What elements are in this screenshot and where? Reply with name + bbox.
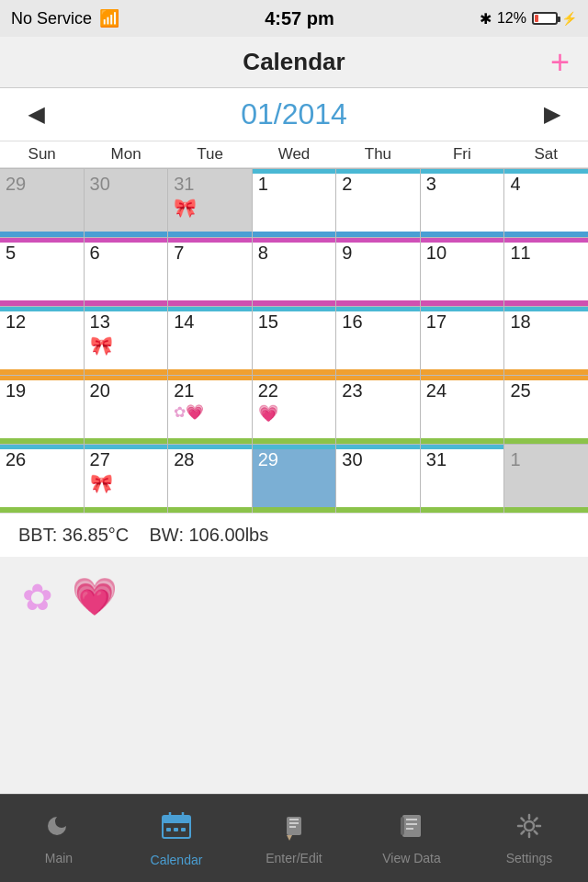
next-month-button[interactable]: ▶ — [538, 103, 566, 127]
top-color-bar — [253, 445, 336, 449]
carrier-text: No Service — [11, 9, 92, 28]
calendar-cell[interactable]: 22💗 — [253, 376, 336, 444]
calendar-cell[interactable]: 29 — [0, 169, 84, 237]
calendar-cell[interactable]: 31🎀 — [168, 169, 252, 237]
tab-calendar[interactable]: Calendar — [118, 795, 235, 882]
calendar-cell[interactable]: 8 — [253, 238, 336, 306]
calendar-cell[interactable]: 1 — [253, 169, 336, 237]
calendar-cell[interactable]: 23 — [336, 376, 420, 444]
calendar-cell[interactable]: 14 — [168, 307, 252, 375]
calendar-cell[interactable]: 26 — [0, 445, 84, 513]
top-color-bar — [168, 445, 252, 449]
calendar-cell[interactable]: 3 — [421, 169, 504, 237]
top-color-bar — [85, 376, 168, 380]
top-color-bar — [421, 376, 504, 380]
row-color-bar — [0, 369, 84, 375]
calendar-cell[interactable]: 28 — [168, 445, 252, 513]
cell-emoji: 🎀 — [174, 197, 246, 219]
calendar-cell[interactable]: 5 — [0, 238, 84, 306]
top-color-bar — [253, 238, 336, 243]
cell-date: 19 — [6, 380, 26, 401]
calendar-cell[interactable]: 29 — [253, 445, 336, 513]
calendar-cell[interactable]: 24 — [421, 376, 504, 444]
calendar-cell[interactable]: 20 — [85, 376, 168, 444]
row-color-bar — [253, 369, 336, 375]
row-color-bar — [168, 300, 252, 306]
top-color-bar — [336, 376, 420, 380]
calendar-cell[interactable]: 21✿💗 — [168, 376, 252, 444]
tab-label-settings: Settings — [506, 851, 553, 865]
tab-settings[interactable]: Settings — [470, 795, 588, 882]
calendar-cell[interactable]: 13🎀 — [85, 307, 168, 375]
svg-rect-5 — [174, 828, 178, 831]
top-color-bar — [336, 169, 420, 174]
calendar-cell[interactable]: 9 — [336, 238, 420, 306]
calendar-cell[interactable]: 7 — [168, 238, 252, 306]
calendar-cell[interactable]: 31 — [421, 445, 504, 513]
top-color-bar — [336, 238, 420, 243]
calendar-cell[interactable]: 4 — [504, 169, 588, 237]
day-header-thu: Thu — [336, 141, 420, 167]
row-color-bar — [421, 369, 504, 375]
calendar-cell[interactable]: 19 — [0, 376, 84, 444]
add-event-button[interactable]: + — [550, 46, 570, 79]
top-color-bar — [253, 307, 336, 311]
row-color-bar — [336, 438, 420, 444]
svg-rect-13 — [406, 819, 417, 820]
row-color-bar — [504, 438, 588, 444]
day-header-wed: Wed — [252, 141, 335, 167]
tab-viewData[interactable]: View Data — [353, 795, 470, 882]
top-color-bar — [336, 307, 420, 311]
calendar-cell[interactable]: 15 — [253, 307, 336, 375]
row-color-bar — [421, 300, 504, 306]
calendar-cell[interactable]: 6 — [85, 238, 168, 306]
row-color-bar — [168, 507, 252, 513]
calendar-cell[interactable]: 1 — [504, 445, 588, 513]
tab-enterEdit[interactable]: Enter/Edit — [235, 795, 353, 882]
prev-month-button[interactable]: ◀ — [22, 103, 50, 127]
calendar-cell[interactable]: 27🎀 — [85, 445, 168, 513]
cell-date: 20 — [90, 380, 110, 401]
top-color-bar — [504, 169, 588, 174]
time-display: 4:57 pm — [265, 8, 334, 29]
top-color-bar — [253, 169, 336, 174]
row-color-bar — [336, 232, 420, 237]
row-color-bar — [168, 438, 252, 444]
top-color-bar — [421, 169, 504, 174]
month-header: ◀ 01/2014 ▶ — [0, 88, 588, 141]
calendar-cell[interactable]: 16 — [336, 307, 420, 375]
calendar-cell[interactable]: 11 — [504, 238, 588, 306]
row-color-bar — [0, 300, 84, 306]
calendar-cell[interactable]: 12 — [0, 307, 84, 375]
cell-date: 29 — [258, 449, 278, 469]
calendar-cell[interactable]: 10 — [421, 238, 504, 306]
wifi-icon: 📶 — [99, 8, 119, 28]
cell-emoji: 💗 — [258, 403, 331, 424]
calendar-cell[interactable]: 30 — [85, 169, 168, 237]
row-color-bar — [168, 369, 252, 375]
row-color-bar — [0, 438, 84, 444]
cell-emoji: ✿💗 — [174, 403, 246, 421]
calendar-tab-icon — [160, 809, 193, 849]
cell-date: 30 — [90, 174, 110, 194]
calendar-cell[interactable]: 2 — [336, 169, 420, 237]
top-color-bar — [0, 307, 84, 311]
cell-date: 22 — [258, 380, 278, 401]
cell-date: 30 — [342, 449, 362, 469]
cell-date: 31 — [174, 174, 194, 194]
heart-legend: 💗 — [72, 575, 118, 618]
month-year-label: 01/2014 — [241, 97, 347, 131]
calendar-cell[interactable]: 30 — [336, 445, 420, 513]
row-color-bar — [253, 232, 336, 237]
row-color-bar — [85, 369, 168, 375]
cell-date: 31 — [426, 449, 447, 469]
tab-main[interactable]: Main — [0, 795, 118, 882]
calendar-cell[interactable]: 18 — [504, 307, 588, 375]
tab-label-calendar: Calendar — [151, 853, 203, 867]
tab-bar: MainCalendarEnter/EditView DataSettings — [0, 794, 588, 882]
row-color-bar — [85, 300, 168, 306]
calendar-cell[interactable]: 25 — [504, 376, 588, 444]
row-color-bar — [0, 507, 84, 513]
cell-date: 1 — [258, 174, 268, 194]
calendar-cell[interactable]: 17 — [421, 307, 504, 375]
